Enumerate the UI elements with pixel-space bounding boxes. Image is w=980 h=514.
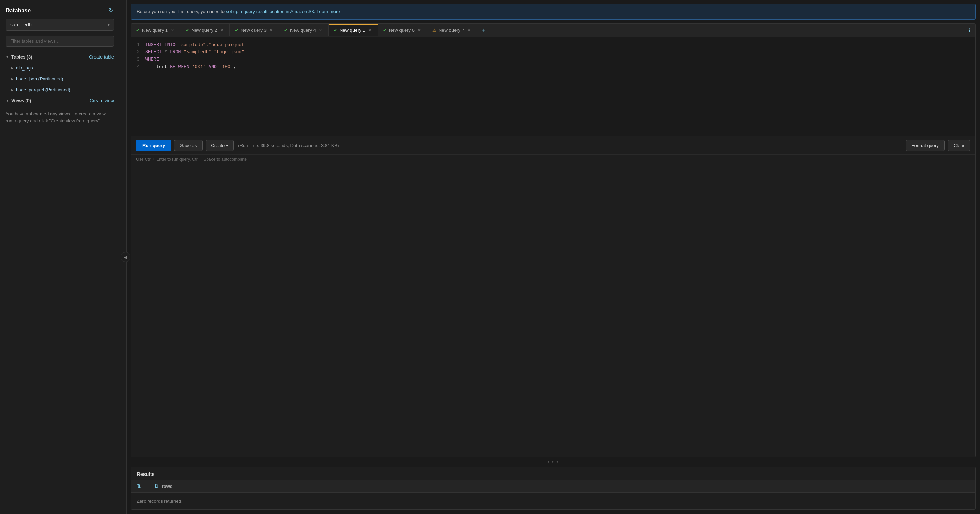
table-item-elb-logs[interactable]: ▶ elb_logs ⋮: [0, 62, 119, 73]
col-rows-header[interactable]: ⇅ rows: [149, 480, 975, 493]
results-header: Results: [131, 467, 975, 480]
tab-close-button[interactable]: ✕: [466, 28, 472, 32]
rows-sort-icon: ⇅: [154, 484, 158, 489]
database-selector[interactable]: sampledb: [6, 19, 114, 31]
table-item-hoge-parquet[interactable]: ▶ hoge_parquet (Partitioned) ⋮: [0, 84, 119, 95]
code-line: 4 test BETWEEN '001' AND '100';: [131, 64, 975, 71]
tabs-bar: ✔New query 1✕✔New query 2✕✔New query 3✕✔…: [131, 24, 975, 37]
tab-label: New query 2: [191, 27, 217, 33]
table-item-hoge-json[interactable]: ▶ hoge_json (Partitioned) ⋮: [0, 73, 119, 84]
tables-chevron-icon: ▼: [6, 55, 9, 59]
tab-ok-icon: ✔: [334, 27, 337, 33]
create-chevron-icon: ▾: [226, 143, 228, 148]
table-options-button[interactable]: ⋮: [108, 75, 114, 82]
tab-q2[interactable]: ✔New query 2✕: [180, 24, 230, 36]
format-query-button[interactable]: Format query: [905, 140, 945, 151]
code-line: 1INSERT INTO "sampledb"."hoge_parquet": [131, 41, 975, 49]
sidebar-title: Database: [6, 7, 31, 14]
tab-label: New query 5: [339, 27, 365, 33]
sidebar-collapse-button[interactable]: ◀: [121, 252, 130, 262]
code-editor[interactable]: 1INSERT INTO "sampledb"."hoge_parquet"2S…: [131, 37, 975, 136]
tab-ok-icon: ✔: [284, 27, 288, 33]
editor-hint: Use Ctrl + Enter to run query, Ctrl + Sp…: [131, 154, 975, 164]
tab-warn-icon: ⚠: [432, 27, 436, 33]
tables-section-header[interactable]: ▼ Tables (3) Create table: [0, 51, 119, 62]
tab-close-button[interactable]: ✕: [269, 28, 274, 32]
table-expand-icon: ▶: [11, 88, 14, 92]
clear-button[interactable]: Clear: [948, 140, 970, 151]
table-name-label: elb_logs: [16, 65, 33, 70]
tab-ok-icon: ✔: [383, 27, 387, 33]
run-info-text: (Run time: 39.8 seconds, Data scanned: 3…: [238, 143, 339, 148]
table-expand-icon: ▶: [11, 77, 14, 81]
table-options-button[interactable]: ⋮: [108, 86, 114, 93]
tab-ok-icon: ✔: [185, 27, 189, 33]
tab-label: New query 6: [389, 27, 415, 33]
create-label: Create: [211, 143, 224, 148]
tab-label: New query 3: [241, 27, 267, 33]
tab-ok-icon: ✔: [136, 27, 140, 33]
sort-icon: ⇅: [137, 484, 141, 489]
views-section-label: Views (0): [11, 98, 31, 103]
views-empty-text: You have not created any views. To creat…: [0, 106, 119, 128]
code-line: 3WHERE: [131, 56, 975, 64]
tab-q4[interactable]: ✔New query 4✕: [279, 24, 329, 36]
resize-handle[interactable]: • • •: [127, 457, 980, 467]
tab-close-button[interactable]: ✕: [170, 28, 175, 32]
add-tab-button[interactable]: +: [477, 24, 491, 37]
table-expand-icon: ▶: [11, 66, 14, 70]
views-section-header[interactable]: ▼ Views (0) Create view: [0, 95, 119, 106]
info-banner: Before you run your first query, you nee…: [131, 3, 976, 20]
tab-q3[interactable]: ✔New query 3✕: [230, 24, 279, 36]
results-empty-text: Zero records returned.: [131, 493, 975, 509]
line-code: WHERE: [145, 56, 159, 64]
tab-q5[interactable]: ✔New query 5✕: [329, 24, 378, 36]
tab-label: New query 1: [142, 27, 168, 33]
tab-label: New query 7: [439, 27, 464, 33]
table-name-label: hoge_parquet (Partitioned): [16, 87, 70, 92]
create-button[interactable]: Create ▾: [205, 140, 234, 151]
table-options-button[interactable]: ⋮: [108, 65, 114, 71]
results-table: ⇅ ⇅ rows: [131, 480, 975, 493]
table-name-label: hoge_json (Partitioned): [16, 76, 63, 81]
run-query-button[interactable]: Run query: [136, 140, 171, 151]
code-line: 2SELECT * FROM "sampledb"."hoge_json": [131, 49, 975, 56]
filter-input[interactable]: [6, 36, 114, 46]
tab-ok-icon: ✔: [235, 27, 239, 33]
learn-more-link[interactable]: Learn more: [317, 9, 340, 14]
tab-q6[interactable]: ✔New query 6✕: [378, 24, 427, 36]
tab-close-button[interactable]: ✕: [219, 28, 224, 32]
views-chevron-icon: ▼: [6, 99, 9, 103]
line-number: 2: [131, 49, 145, 56]
tab-close-button[interactable]: ✕: [368, 28, 372, 32]
tab-close-button[interactable]: ✕: [417, 28, 422, 32]
line-code: SELECT * FROM "sampledb"."hoge_json": [145, 49, 244, 56]
refresh-button[interactable]: ↻: [108, 6, 114, 14]
results-panel: Results ⇅ ⇅ rows Zero records returned.: [131, 467, 976, 510]
s3-setup-link[interactable]: set up a query result location in Amazon…: [226, 9, 315, 14]
create-view-button[interactable]: Create view: [89, 98, 114, 103]
line-code: INSERT INTO "sampledb"."hoge_parquet": [145, 41, 247, 49]
tab-q7[interactable]: ⚠New query 7✕: [427, 24, 477, 36]
line-number: 4: [131, 64, 145, 71]
line-number: 1: [131, 41, 145, 49]
editor-toolbar: Run query Save as Create ▾ (Run time: 39…: [131, 136, 975, 154]
save-as-button[interactable]: Save as: [174, 140, 203, 151]
tab-label: New query 4: [290, 27, 316, 33]
col-sort-icon-header[interactable]: ⇅: [131, 480, 149, 493]
line-code: test BETWEEN '001' AND '100';: [145, 64, 236, 71]
tab-q1[interactable]: ✔New query 1✕: [131, 24, 180, 36]
create-table-button[interactable]: Create table: [89, 54, 114, 60]
col-rows-label: rows: [162, 484, 172, 489]
tab-close-button[interactable]: ✕: [318, 28, 323, 32]
line-number: 3: [131, 56, 145, 64]
info-icon-button[interactable]: ℹ: [964, 24, 975, 37]
info-banner-text: Before you run your first query, you nee…: [137, 9, 226, 14]
tables-section-label: Tables (3): [11, 54, 32, 60]
